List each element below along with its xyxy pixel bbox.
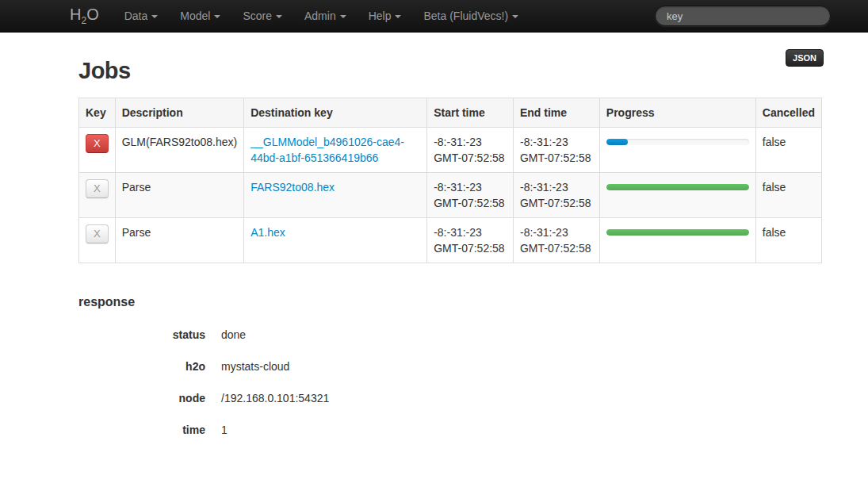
caret-down-icon: [395, 15, 401, 18]
job-end-time: -8:-31:-23 GMT-07:52:58: [513, 128, 599, 173]
destination-key-link[interactable]: __GLMModel_b4961026-cae4-44bd-a1bf-65136…: [250, 136, 404, 164]
table-header-row: Key Description Destination key Start ti…: [79, 98, 822, 128]
progress-bar-fill: [606, 229, 749, 236]
page-header: Jobs JSON: [78, 33, 824, 96]
progress-bar-fill: [606, 139, 628, 145]
job-cancelled-value: false: [755, 218, 821, 263]
brand-text: H: [70, 6, 81, 23]
response-field-value: 1: [221, 422, 824, 438]
job-start-time: -8:-31:-23 GMT-07:52:58: [427, 218, 514, 263]
response-heading: response: [78, 295, 824, 309]
destination-key-link[interactable]: FARS92to08.hex: [250, 181, 335, 194]
table-row: X GLM(FARS92to08.hex) __GLMModel_b496102…: [79, 128, 822, 173]
time-line: -8:-31:-23: [434, 179, 507, 195]
response-field-label: status: [78, 327, 205, 343]
main-content: Jobs JSON Key Description Destination ke…: [78, 33, 824, 438]
job-end-time: -8:-31:-23 GMT-07:52:58: [513, 173, 599, 218]
top-navbar: H2O Data Model Score Admin Help Beta (Fl…: [0, 0, 868, 33]
nav-menu-label: Beta (FluidVecs!): [423, 10, 508, 22]
nav-menu-model[interactable]: Model: [169, 10, 231, 22]
h2o-logo[interactable]: H2O: [70, 6, 99, 26]
job-start-time: -8:-31:-23 GMT-07:52:58: [427, 128, 514, 173]
job-end-time: -8:-31:-23 GMT-07:52:58: [513, 218, 599, 263]
col-header-key: Key: [79, 98, 116, 128]
response-list: status done h2o mystats-cloud node /192.…: [78, 327, 824, 438]
nav-menu-label: Score: [243, 10, 272, 22]
response-field-value: mystats-cloud: [221, 358, 824, 374]
time-line: GMT-07:52:58: [434, 240, 507, 256]
caret-down-icon: [276, 15, 282, 18]
job-cancelled-value: false: [755, 173, 821, 218]
brand-text: O: [86, 6, 99, 23]
job-start-time: -8:-31:-23 GMT-07:52:58: [427, 173, 514, 218]
time-line: GMT-07:52:58: [434, 150, 507, 166]
caret-down-icon: [512, 15, 518, 18]
destination-key-link[interactable]: A1.hex: [250, 226, 285, 239]
table-row: X Parse FARS92to08.hex -8:-31:-23 GMT-07…: [79, 173, 822, 218]
col-header-destination-key: Destination key: [244, 98, 427, 128]
response-field: time 1: [78, 422, 824, 438]
nav-menu-label: Data: [124, 10, 148, 22]
time-line: GMT-07:52:58: [520, 150, 593, 166]
time-line: -8:-31:-23: [520, 179, 593, 195]
cancel-job-button[interactable]: X: [86, 179, 109, 198]
table-row: X Parse A1.hex -8:-31:-23 GMT-07:52:58 -…: [79, 218, 822, 263]
nav-menu-label: Admin: [304, 10, 336, 22]
job-description: Parse: [115, 173, 244, 218]
key-search-input[interactable]: [655, 6, 831, 26]
nav-menu-beta-fluidvecs[interactable]: Beta (FluidVecs!): [412, 10, 530, 22]
job-description: Parse: [115, 218, 244, 263]
job-description: GLM(FARS92to08.hex): [115, 128, 244, 173]
col-header-end-time: End time: [513, 98, 599, 128]
caret-down-icon: [151, 15, 158, 18]
response-field-label: node: [78, 390, 205, 406]
caret-down-icon: [214, 15, 220, 18]
time-line: -8:-31:-23: [434, 224, 507, 240]
time-line: GMT-07:52:58: [520, 195, 593, 211]
col-header-cancelled: Cancelled: [755, 98, 821, 128]
response-field: h2o mystats-cloud: [78, 358, 824, 374]
response-section: response status done h2o mystats-cloud n…: [78, 295, 824, 438]
nav-menu-label: Help: [369, 10, 392, 22]
progress-bar-track: [606, 184, 749, 190]
time-line: -8:-31:-23: [434, 134, 507, 150]
progress-bar-track: [606, 139, 749, 145]
cancel-job-button[interactable]: X: [86, 224, 109, 243]
time-line: -8:-31:-23: [520, 224, 593, 240]
response-field: status done: [78, 327, 824, 343]
nav-menu-data[interactable]: Data: [113, 10, 170, 22]
page-title: Jobs: [78, 58, 131, 83]
col-header-progress: Progress: [599, 98, 755, 128]
nav-menu-label: Model: [180, 10, 210, 22]
col-header-description: Description: [115, 98, 244, 128]
time-line: GMT-07:52:58: [434, 195, 507, 211]
cancel-job-button[interactable]: X: [86, 134, 109, 153]
caret-down-icon: [340, 15, 346, 18]
nav-menu-help[interactable]: Help: [358, 10, 413, 22]
response-field-value: /192.168.0.101:54321: [221, 390, 824, 406]
time-line: GMT-07:52:58: [520, 240, 593, 256]
nav-menu-admin[interactable]: Admin: [293, 10, 358, 22]
json-button[interactable]: JSON: [786, 49, 824, 67]
response-field: node /192.168.0.101:54321: [78, 390, 824, 406]
time-line: -8:-31:-23: [520, 134, 593, 150]
job-cancelled-value: false: [755, 128, 821, 173]
progress-bar-track: [606, 229, 749, 236]
col-header-start-time: Start time: [427, 98, 514, 128]
nav-menu-score[interactable]: Score: [231, 10, 293, 22]
response-field-label: h2o: [78, 358, 205, 374]
response-field-label: time: [78, 422, 205, 438]
response-field-value: done: [221, 327, 824, 343]
progress-bar-fill: [606, 184, 749, 190]
jobs-table: Key Description Destination key Start ti…: [78, 98, 822, 263]
